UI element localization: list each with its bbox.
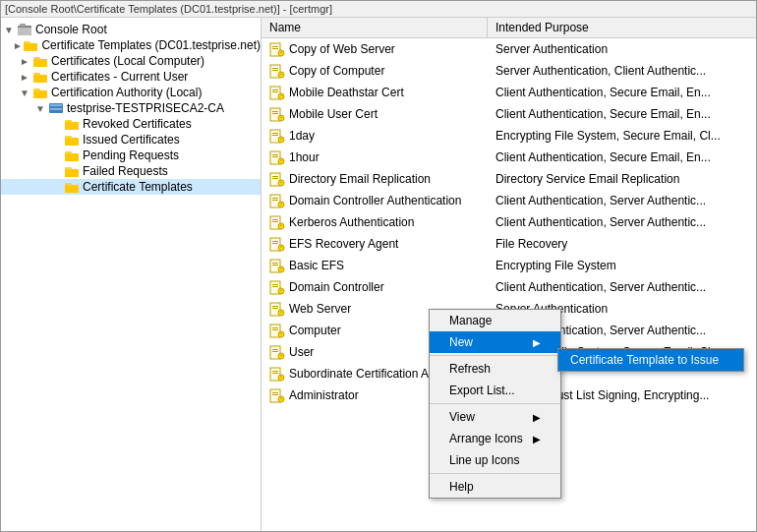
app-container: [Console Root\Certificate Templates (DC0… xyxy=(0,0,757,532)
menu-divider xyxy=(430,473,560,474)
context-menu-label-export-list: Export List... xyxy=(449,384,515,397)
submenu-new: Certificate Template to Issue xyxy=(557,348,744,372)
context-menu-label-new: New xyxy=(449,335,473,349)
context-menu-label-refresh: Refresh xyxy=(449,362,491,376)
submenu-arrow-new: ▶ xyxy=(533,337,541,348)
context-menu-item-manage[interactable]: Manage xyxy=(430,310,560,331)
title-bar: [Console Root\Certificate Templates (DC0… xyxy=(1,1,756,18)
context-menu-label-manage: Manage xyxy=(449,314,492,327)
menu-divider xyxy=(430,355,560,356)
context-menu-item-export-list[interactable]: Export List... xyxy=(430,380,560,401)
context-menu-label-line-up-icons: Line up Icons xyxy=(449,453,519,467)
context-menu-item-refresh[interactable]: Refresh xyxy=(430,358,560,380)
menu-divider xyxy=(430,403,560,404)
context-menu-item-view[interactable]: View▶ xyxy=(430,406,560,428)
context-menu-item-line-up-icons[interactable]: Line up Icons xyxy=(430,449,560,471)
context-menu-label-arrange-icons: Arrange Icons xyxy=(449,432,523,445)
context-menu-item-new[interactable]: New▶Certificate Template to Issue xyxy=(430,331,560,353)
context-menu-overlay: ManageNew▶Certificate Template to IssueR… xyxy=(1,18,756,531)
submenu-arrow-view: ▶ xyxy=(533,412,541,423)
context-menu-item-help[interactable]: Help xyxy=(430,476,560,498)
context-menu: ManageNew▶Certificate Template to IssueR… xyxy=(429,309,561,499)
context-menu-label-view: View xyxy=(449,410,475,424)
submenu-arrow-arrange-icons: ▶ xyxy=(533,434,541,444)
submenu-item-cert-template-to-issue[interactable]: Certificate Template to Issue xyxy=(558,349,743,371)
context-menu-item-arrange-icons[interactable]: Arrange Icons▶ xyxy=(430,428,560,449)
main-area: ▼Console Root►Certificate Templates (DC0… xyxy=(1,18,756,531)
context-menu-label-help: Help xyxy=(449,480,474,494)
title-text: [Console Root\Certificate Templates (DC0… xyxy=(5,3,332,15)
